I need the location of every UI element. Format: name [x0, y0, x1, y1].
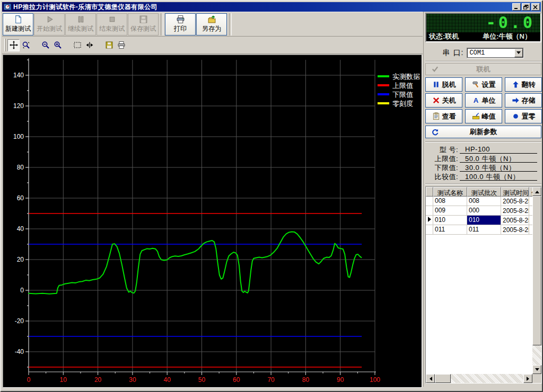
led-value: -0.0	[426, 14, 540, 32]
table-row[interactable]: 0100102005-8-25 下午	[426, 216, 532, 225]
x-tick-label: 70	[267, 376, 275, 384]
y-tick-label: 40	[17, 225, 24, 233]
cell-name[interactable]: 011	[433, 225, 467, 235]
print-chart-tool-button[interactable]	[115, 39, 127, 51]
device-button-2[interactable]: 设置	[465, 77, 502, 92]
column-header[interactable]: 测试批次	[467, 187, 501, 197]
dot-blue-icon	[512, 112, 520, 120]
com-port-label: 串 口:	[443, 48, 464, 58]
scroll-right-button[interactable]	[523, 374, 532, 383]
info-row: 型 号:HP-100	[425, 145, 541, 154]
cell-time[interactable]: 2005-8-25 下午	[501, 225, 529, 235]
restore-button[interactable]	[522, 3, 530, 11]
status-label: 状态:联机	[429, 32, 459, 41]
test-records-table: 测试名称测试批次测试时间传感器0080082005-8-25 下午0090002…	[425, 186, 542, 384]
minimize-button[interactable]	[512, 3, 521, 11]
zoom-in-icon	[54, 41, 62, 49]
row-arrow-icon	[427, 217, 432, 222]
com-port-select[interactable]: COM1	[467, 48, 524, 58]
unit-label: 单位:牛顿（N）	[483, 32, 531, 41]
zoom-drag-tool-button[interactable]	[20, 39, 32, 51]
toolbar-button-3: 继续测试	[65, 13, 96, 35]
x-tick-label: 10	[60, 376, 67, 384]
cell-time[interactable]: 2005-8-25 下午	[501, 197, 529, 206]
y-tick-label: 120	[13, 102, 24, 110]
toolbar-button-1[interactable]: 新建测试	[3, 13, 33, 35]
table-horizontal-scrollbar[interactable]	[426, 374, 532, 383]
vertical-scroll-thumb[interactable]	[532, 196, 541, 345]
refresh-params-button[interactable]: 刷新参数	[425, 126, 541, 138]
info-value: 100.0 牛顿（N）	[460, 172, 537, 181]
device-button-1[interactable]: 脱机	[425, 77, 462, 92]
info-row: 上限值:50.0 牛顿（N）	[425, 154, 541, 163]
toolbar-button-label: 打印	[174, 24, 187, 33]
cell-batch[interactable]: 000	[467, 206, 501, 216]
scroll-left-button[interactable]	[426, 374, 435, 383]
device-button-9[interactable]: 置零	[505, 109, 542, 123]
scroll-down-button[interactable]	[532, 365, 541, 374]
table-row[interactable]: 0080082005-8-25 下午	[426, 197, 532, 206]
toolbar-button-6[interactable]: 打印	[165, 13, 196, 35]
info-label: 上限值:	[425, 154, 458, 163]
column-header[interactable]: 测试时间	[501, 187, 529, 197]
y-tick-label: 0	[20, 287, 24, 294]
device-button-5[interactable]: A单位	[465, 93, 502, 108]
table-row[interactable]: 0090002005-8-25 下午	[426, 206, 532, 216]
cell-name[interactable]: 008	[433, 197, 467, 206]
device-button-8[interactable]: 峰值	[465, 109, 502, 123]
cell-batch[interactable]: 010	[467, 216, 501, 225]
save-icon	[139, 15, 148, 24]
close-button[interactable]	[531, 3, 540, 11]
play-icon	[45, 15, 54, 24]
cell-batch[interactable]: 011	[467, 225, 501, 235]
table-row[interactable]: 0110112005-8-25 下午	[426, 225, 532, 235]
fit-horizontal-tool-button[interactable]	[83, 39, 95, 51]
toolbar-button-7[interactable]: 另存为	[196, 13, 227, 35]
divider	[425, 183, 541, 184]
table-vertical-scrollbar[interactable]	[532, 187, 541, 374]
chevron-down-icon[interactable]	[514, 49, 523, 57]
info-row: 比较值:100.0 牛顿（N）	[425, 172, 541, 181]
device-button-7[interactable]: 查看	[425, 109, 462, 123]
row-indicator-cell	[426, 225, 433, 235]
info-row: 下限值:30.0 牛顿（N）	[425, 163, 541, 172]
cell-batch[interactable]: 008	[467, 197, 501, 206]
fit-horizontal-icon	[85, 41, 94, 49]
row-indicator-cell	[426, 197, 433, 206]
x-tick-label: 30	[129, 376, 136, 384]
column-header[interactable]: 测试名称	[433, 187, 467, 197]
toolbar-button-label: 保存测试	[130, 24, 156, 33]
zoom-in-tool-button[interactable]	[51, 39, 64, 51]
legend-label: 上限值	[392, 82, 413, 90]
cell-name[interactable]: 009	[433, 206, 467, 216]
device-button-4[interactable]: 关机	[425, 93, 462, 108]
horizontal-scroll-thumb[interactable]	[435, 374, 451, 383]
device-button-label: 关机	[442, 96, 456, 105]
legend-swatch	[378, 84, 389, 86]
scrollbar-corner	[532, 374, 541, 383]
divider	[425, 61, 541, 62]
cell-time[interactable]: 2005-8-25 下午	[501, 206, 529, 216]
chart-area[interactable]: -40-200204060801001201400102030405060708…	[3, 55, 422, 388]
cell-name[interactable]: 010	[433, 216, 467, 225]
device-button-6[interactable]: 存储	[505, 93, 542, 108]
cell-time[interactable]: 2005-8-25 下午	[501, 216, 529, 225]
toolbar-separator	[161, 13, 163, 35]
row-indicator-header	[426, 187, 433, 197]
info-value: 30.0 牛顿（N）	[460, 163, 537, 172]
row-indicator-cell	[426, 206, 433, 216]
select-rect-tool-button[interactable]	[71, 39, 83, 51]
y-tick-label: 100	[13, 133, 24, 140]
x-tick-label: 80	[302, 376, 310, 384]
save-chart-tool-button[interactable]	[103, 39, 115, 51]
select-rect-icon	[73, 41, 82, 49]
toolbar-button-label: 开始测试	[37, 24, 62, 33]
scroll-up-button[interactable]	[532, 187, 541, 196]
save-as-icon	[207, 15, 216, 24]
zoom-out-tool-button[interactable]	[39, 39, 51, 51]
y-tick-label: 80	[17, 164, 24, 171]
x-tick-label: 20	[94, 376, 102, 384]
device-button-3[interactable]: 翻转	[505, 77, 542, 92]
pan-tool-button[interactable]	[7, 39, 20, 51]
toolbar-separator	[229, 13, 232, 35]
